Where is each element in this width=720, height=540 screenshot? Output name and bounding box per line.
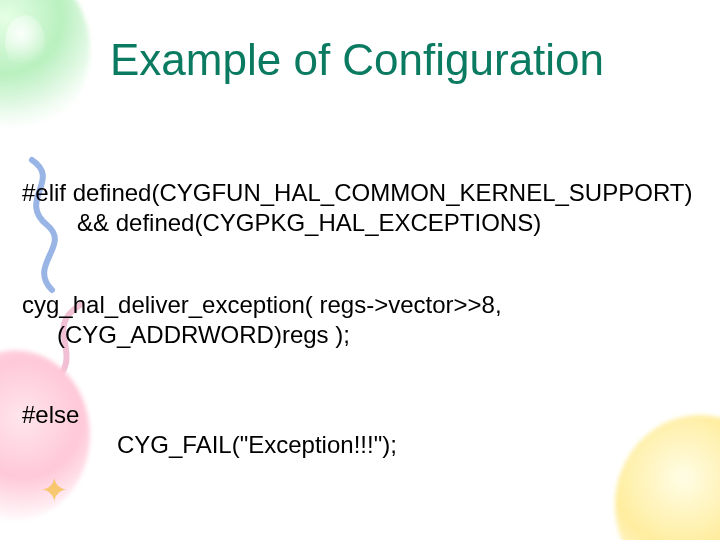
star-icon: ✦	[40, 470, 68, 510]
code-line: #else	[22, 401, 79, 428]
balloon-green-icon	[0, 0, 90, 130]
code-line: (CYG_ADDRWORD)regs );	[57, 320, 350, 350]
slide-title: Example of Configuration	[110, 35, 604, 85]
code-block-2: cyg_hal_deliver_exception( regs->vector>…	[22, 290, 502, 350]
balloon-highlight-icon	[5, 15, 45, 70]
code-line: CYG_FAIL("Exception!!!");	[117, 430, 397, 460]
code-line: #elif defined(CYGFUN_HAL_COMMON_KERNEL_S…	[22, 179, 692, 206]
balloon-yellow-icon	[615, 415, 720, 540]
code-line: cyg_hal_deliver_exception( regs->vector>…	[22, 291, 502, 318]
code-block-3: #else CYG_FAIL("Exception!!!");	[22, 400, 397, 460]
code-block-1: #elif defined(CYGFUN_HAL_COMMON_KERNEL_S…	[22, 178, 692, 238]
code-line: && defined(CYGPKG_HAL_EXCEPTIONS)	[77, 208, 692, 238]
slide: ✦ Example of Configuration #elif defined…	[0, 0, 720, 540]
